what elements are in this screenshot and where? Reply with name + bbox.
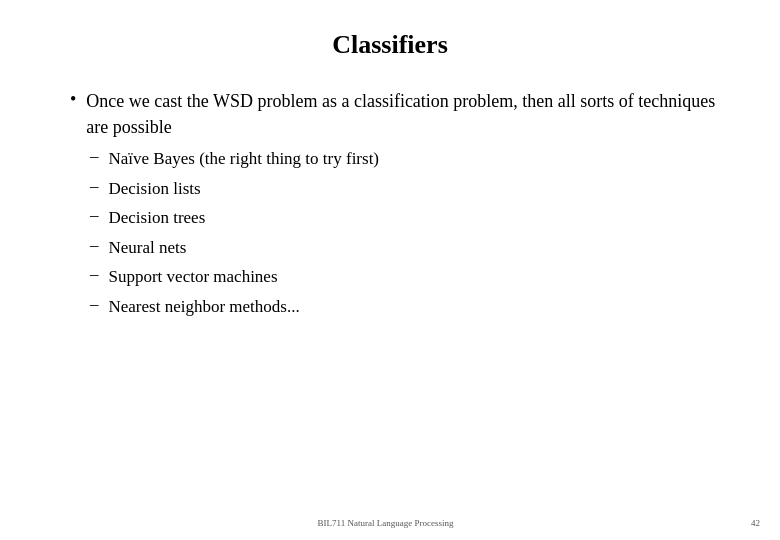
sub-item-text: Nearest neighbor methods... xyxy=(109,294,300,320)
dash-icon: – xyxy=(90,264,99,284)
sub-item-text: Support vector machines xyxy=(109,264,278,290)
sub-item-text: Neural nets xyxy=(109,235,187,261)
slide: Classifiers • Once we cast the WSD probl… xyxy=(0,0,780,540)
sub-item-text: Decision lists xyxy=(109,176,201,202)
list-item: – Nearest neighbor methods... xyxy=(90,294,720,320)
dash-icon: – xyxy=(90,176,99,196)
list-item: – Support vector machines xyxy=(90,264,720,290)
sub-item-text: Naïve Bayes (the right thing to try firs… xyxy=(109,146,380,172)
dash-icon: – xyxy=(90,146,99,166)
dash-icon: – xyxy=(90,235,99,255)
list-item: – Decision lists xyxy=(90,176,720,202)
sub-item-text: Decision trees xyxy=(109,205,206,231)
main-bullet-text: Once we cast the WSD problem as a classi… xyxy=(86,88,720,140)
slide-title: Classifiers xyxy=(60,30,720,60)
list-item: – Naïve Bayes (the right thing to try fi… xyxy=(90,146,720,172)
slide-content: • Once we cast the WSD problem as a clas… xyxy=(60,88,720,319)
list-item: – Decision trees xyxy=(90,205,720,231)
bullet-dot: • xyxy=(70,89,76,110)
footer-page-number: 42 xyxy=(751,518,760,528)
footer-center-text: BIL711 Natural Language Processing xyxy=(318,518,454,528)
dash-icon: – xyxy=(90,205,99,225)
slide-footer: BIL711 Natural Language Processing 42 xyxy=(0,518,780,528)
list-item: – Neural nets xyxy=(90,235,720,261)
sub-list: – Naïve Bayes (the right thing to try fi… xyxy=(70,146,720,319)
main-bullet: • Once we cast the WSD problem as a clas… xyxy=(70,88,720,140)
dash-icon: – xyxy=(90,294,99,314)
